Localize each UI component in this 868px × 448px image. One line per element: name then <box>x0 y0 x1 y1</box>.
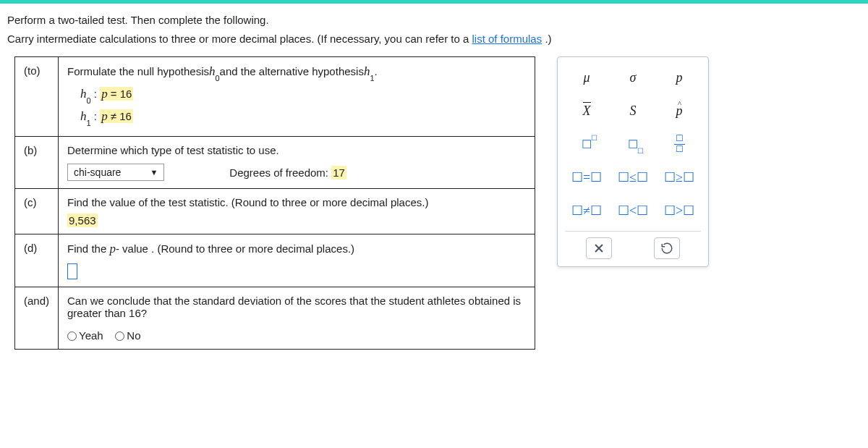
chevron-down-icon: ▼ <box>150 168 158 177</box>
radio-icon <box>67 331 77 341</box>
part-a-label: (to) <box>15 57 59 137</box>
part-d-text-b: - value . (Round to three or more decima… <box>116 242 354 255</box>
test-type-select[interactable]: chi-square ▼ <box>67 164 164 181</box>
part-a-cell: Formulate the null hypothesish0and the a… <box>59 57 535 137</box>
h1-rest: ≠ 16 <box>108 110 132 122</box>
formulas-link[interactable]: list of formulas <box>472 33 542 45</box>
h0-sub: 0 <box>87 96 91 105</box>
symbol-p[interactable]: p <box>658 63 701 92</box>
h1-sub: 1 <box>87 119 91 127</box>
h0-colon: : <box>91 88 101 100</box>
symbol-equals[interactable]: ☐=☐ <box>565 163 608 192</box>
p-value-input[interactable] <box>67 263 77 279</box>
dof-label: Degrees of freedom: <box>229 166 331 179</box>
close-icon <box>594 243 604 253</box>
radio-no[interactable]: No <box>115 329 140 342</box>
part-c-cell: Find the value of the test statistic. (R… <box>59 189 535 234</box>
part-e-cell: Can we conclude that the standard deviat… <box>59 287 535 350</box>
instruction-line-2: Carry intermediate calculations to three… <box>7 30 861 48</box>
part-e-label: (and) <box>15 287 59 350</box>
radio-icon <box>115 331 124 341</box>
h0-sub-inline: 0 <box>215 74 219 83</box>
radio-yes-label: Yeah <box>79 329 103 342</box>
h1-sub-inline: 1 <box>370 74 374 83</box>
part-d-cell: Find the p- value . (Round to three or m… <box>59 234 535 287</box>
symbol-superscript[interactable]: ☐☐ <box>565 130 608 159</box>
symbol-lte[interactable]: ☐≤☐ <box>611 163 655 192</box>
alt-hypothesis-row: h1 : p ≠ 16 <box>80 109 526 124</box>
symbol-neq[interactable]: ☐≠☐ <box>565 196 608 225</box>
part-d-label: (d) <box>15 234 59 287</box>
h1-p: p <box>101 109 108 123</box>
h0-rest: = 16 <box>108 88 132 100</box>
question-table: (to) Formulate the null hypothesish0and … <box>14 56 535 350</box>
symbol-xbar-text: X <box>583 103 591 118</box>
part-d-text-a: Find the <box>67 242 109 255</box>
null-hypothesis-row: h0 : p = 16 <box>80 87 526 102</box>
symbol-subscript[interactable]: ☐☐ <box>611 130 655 159</box>
h0-var: h <box>80 87 87 101</box>
test-type-value: chi-square <box>74 166 121 178</box>
part-b-text: Determine which type of test statistic t… <box>67 144 526 156</box>
symbol-palette: μ σ p X S ^p ☐☐ ☐☐ ☐☐ ☐=☐ ☐≤☐ ☐≥☐ ☐≠☐ ☐<… <box>557 56 709 267</box>
symbol-sigma[interactable]: σ <box>611 63 655 92</box>
h1-colon: : <box>91 110 101 122</box>
dof-value[interactable]: 17 <box>331 166 346 179</box>
part-b-cell: Determine which type of test statistic t… <box>59 137 535 189</box>
part-c-text: Find the value of the test statistic. (R… <box>67 196 526 208</box>
h0-p: p <box>101 87 108 101</box>
symbol-lt[interactable]: ☐<☐ <box>611 196 655 225</box>
symbol-s[interactable]: S <box>611 96 655 125</box>
radio-yes[interactable]: Yeah <box>67 329 103 342</box>
undo-icon <box>660 242 673 255</box>
instruction-text: Carry intermediate calculations to three… <box>7 33 472 45</box>
part-c-label: (c) <box>15 189 59 234</box>
symbol-mu[interactable]: μ <box>565 63 608 92</box>
h1-var: h <box>80 109 87 123</box>
part-a-text-2: and the alternative hypothesis <box>220 65 364 77</box>
symbol-gt[interactable]: ☐>☐ <box>658 196 701 225</box>
instruction-line-1: Perform a two-tailed test. Then complete… <box>7 11 861 30</box>
radio-no-label: No <box>127 329 140 342</box>
symbol-fraction[interactable]: ☐☐ <box>658 130 701 159</box>
symbol-gte[interactable]: ☐≥☐ <box>658 163 701 192</box>
part-d-p: p <box>109 242 116 255</box>
part-a-text-1: Formulate the null hypothesis <box>67 65 209 77</box>
part-b-label: (b) <box>15 137 59 189</box>
instruction-text-tail: .) <box>542 33 551 45</box>
symbol-phat[interactable]: ^p <box>658 96 701 125</box>
symbol-xbar[interactable]: X <box>565 96 608 125</box>
part-c-answer[interactable]: 9,563 <box>67 214 98 227</box>
clear-button[interactable] <box>586 237 612 259</box>
reset-button[interactable] <box>654 237 680 259</box>
part-e-text: Can we conclude that the standard deviat… <box>67 295 526 319</box>
part-a-period: . <box>375 65 378 77</box>
